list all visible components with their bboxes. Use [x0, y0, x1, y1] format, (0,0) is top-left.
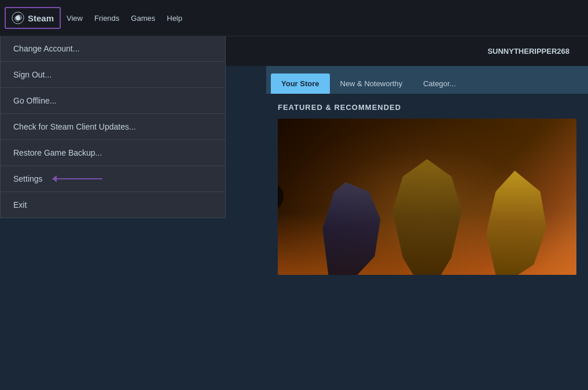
featured-title: FEATURED & RECOMMENDED [278, 103, 576, 112]
sign-out-item[interactable]: Sign Out... [1, 62, 225, 88]
featured-section: FEATURED & RECOMMENDED ❮ [266, 94, 588, 281]
character-right [483, 171, 546, 275]
character-group [278, 119, 576, 275]
tab-categories[interactable]: Categor... [413, 73, 466, 94]
friends-menu-button[interactable]: Friends [89, 0, 125, 36]
view-menu-button[interactable]: View [61, 0, 89, 36]
games-menu-button[interactable]: Games [125, 0, 161, 36]
steam-logo-icon [12, 12, 24, 24]
character-left [322, 182, 380, 275]
help-menu-button[interactable]: Help [161, 0, 188, 36]
store-tabs: Your Store New & Noteworthy Categor... [266, 66, 588, 94]
username-nav-link[interactable]: SUNNYTHERIPPER268 [487, 47, 569, 56]
settings-item[interactable]: Settings [1, 166, 225, 192]
settings-arrow-indicator [52, 175, 102, 182]
exit-item[interactable]: Exit [1, 192, 225, 218]
tab-new-noteworthy[interactable]: New & Noteworthy [330, 73, 413, 94]
change-account-item[interactable]: Change Account... [1, 36, 225, 62]
game-banner[interactable]: ❮ [278, 119, 576, 275]
restore-backup-item[interactable]: Restore Game Backup... [1, 140, 225, 166]
steam-menu-button[interactable]: Steam [5, 7, 61, 29]
go-offline-item[interactable]: Go Offline... [1, 88, 225, 114]
right-content: Your Store New & Noteworthy Categor... F… [266, 66, 588, 390]
character-center [392, 159, 462, 275]
steam-dropdown-menu: Change Account... Sign Out... Go Offline… [0, 36, 226, 218]
steam-label: Steam [28, 13, 54, 23]
menu-bar: Steam View Friends Games Help [0, 0, 588, 36]
tab-your-store[interactable]: Your Store [271, 73, 330, 94]
check-updates-item[interactable]: Check for Steam Client Updates... [1, 114, 225, 140]
